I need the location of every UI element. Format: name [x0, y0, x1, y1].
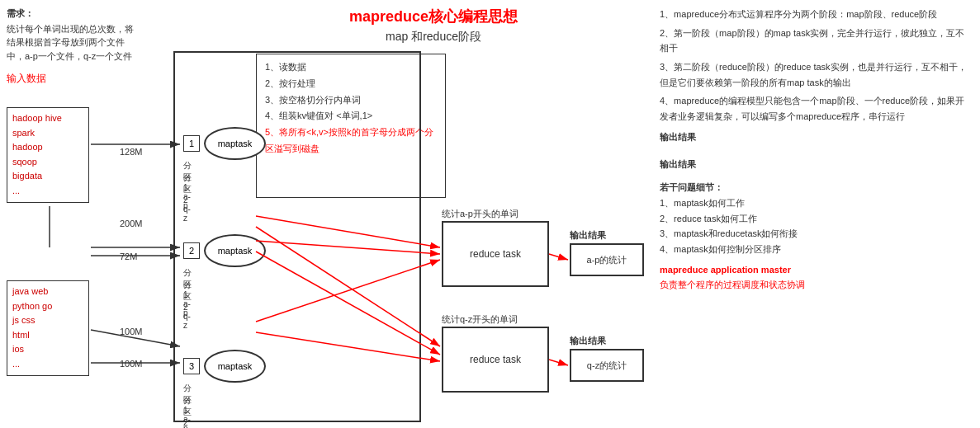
output-box-2: q-z的统计	[570, 349, 644, 382]
right-panel: 1、mapreduce分布式运算程序分为两个阶段：map阶段、reduce阶段 …	[660, 7, 973, 293]
main-diagram-box: 1 maptask 分区1 a-p 分区2 q-z 2 maptask 分区1 …	[173, 51, 421, 422]
right-note-3: 3、第二阶段（reduce阶段）的reduce task实例，也是并行运行，互不…	[660, 59, 973, 90]
input-label: 输入数据	[7, 71, 139, 86]
page: 需求： 统计每个单词出现的总次数，将结果根据首字母放到两个文件中，a-p一个文件…	[0, 0, 980, 428]
input2-item-6: ...	[12, 357, 83, 372]
detail-title: 若干问题细节：	[660, 180, 973, 195]
app-master-title: mapreduce application master	[660, 262, 973, 278]
right-note-1: 1、mapreduce分布式运算程序分为两个阶段：map阶段、reduce阶段	[660, 7, 973, 22]
arrow-label-200m: 200M	[120, 219, 143, 228]
right-note-4: 4、mapreduce的编程模型只能包含一个map阶段、一个reduce阶段，如…	[660, 93, 973, 124]
partition1-2: 分区2 q-z	[183, 172, 192, 223]
detail-1: 1、maptask如何工作	[660, 195, 973, 211]
input-box-1: hadoop hive spark hadoop sqoop bigdata .…	[7, 107, 89, 203]
maptask-num-3: 3	[183, 358, 200, 374]
input-item-5: bigdata	[12, 169, 83, 184]
output-label-1: 输出结果	[570, 229, 606, 242]
main-title: mapreduce核心编程思想	[248, 7, 619, 26]
req-title: 需求：	[7, 7, 139, 21]
arrow-label-128m: 128M	[120, 147, 143, 157]
output-result-title-1: 输出结果	[660, 129, 973, 145]
partition2-2: 分区2 q-z	[183, 280, 192, 330]
arrow-label-100m-2: 100M	[120, 359, 143, 369]
left-requirements: 需求： 统计每个单词出现的总次数，将结果根据首字母放到两个文件中，a-p一个文件…	[7, 7, 139, 89]
input-item-4: sqoop	[12, 155, 83, 170]
input2-item-2: python go	[12, 299, 83, 314]
maptask-oval-1: maptask	[204, 127, 266, 160]
partition3-2: 分区2 q-z	[183, 395, 192, 428]
app-master-desc: 负责整个程序的过程调度和状态协调	[660, 277, 973, 293]
input-item-3: hadoop	[12, 140, 83, 155]
main-subtitle: map 和reduce阶段	[248, 30, 619, 45]
svg-line-14	[549, 254, 568, 260]
input-item-6: ...	[12, 184, 83, 199]
input-item-1: hadoop hive	[12, 111, 83, 126]
maptask-num-2: 2	[183, 242, 200, 259]
reduce-label-2: 统计q-z开头的单词	[442, 313, 518, 326]
output-label-2: 输出结果	[570, 335, 606, 347]
input-box-2: java web python go js css html ios ...	[7, 280, 89, 376]
right-note-2: 2、第一阶段（map阶段）的map task实例，完全并行运行，彼此独立，互不相…	[660, 26, 973, 56]
maptask-oval-2: maptask	[204, 234, 266, 267]
reduce-task-box-2: reduce task	[442, 327, 549, 393]
reduce-task-box-1: reduce task	[442, 221, 549, 287]
arrow-label-72m: 72M	[120, 252, 137, 261]
output-result-title-2: 输出结果	[660, 157, 973, 172]
reduce-label-1: 统计a-p开头的单词	[442, 208, 518, 220]
output-box-1: a-p的统计	[570, 243, 644, 276]
svg-line-15	[549, 360, 568, 365]
input2-item-4: html	[12, 328, 83, 343]
req-desc: 统计每个单词出现的总次数，将结果根据首字母放到两个文件中，a-p一个文件，q-z…	[7, 22, 139, 63]
maptask-oval-3: maptask	[204, 350, 266, 383]
maptask-num-1: 1	[183, 135, 200, 152]
detail-2: 2、reduce task如何工作	[660, 211, 973, 227]
input2-item-5: ios	[12, 342, 83, 357]
detail-3: 3、maptask和reducetask如何衔接	[660, 226, 973, 242]
input-item-2: spark	[12, 126, 83, 141]
detail-4: 4、maptask如何控制分区排序	[660, 242, 973, 257]
arrow-label-100m-1: 100M	[120, 327, 143, 336]
input2-item-1: java web	[12, 285, 83, 299]
input2-item-3: js css	[12, 313, 83, 328]
